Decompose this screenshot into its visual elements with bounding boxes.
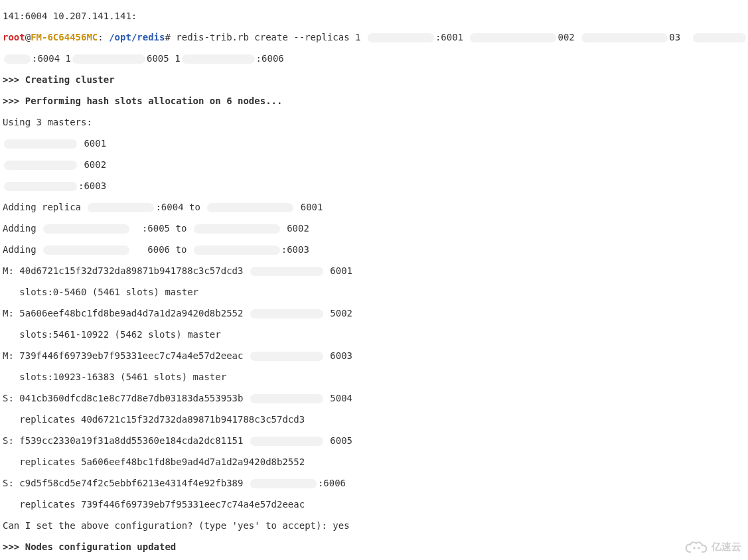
blur-ip — [250, 309, 323, 318]
blur-ip — [4, 139, 77, 149]
node-port: :6006 — [318, 478, 346, 488]
partial-line: 141:6004 10.207.141.141: — [3, 11, 745, 21]
arg-6003: 03 — [669, 32, 686, 42]
blur-ip — [368, 33, 434, 42]
blur-ip — [250, 437, 323, 446]
blur-ip — [250, 352, 323, 361]
adding-replica: Adding replica — [3, 202, 86, 212]
node-port: 6001 — [330, 265, 352, 276]
adding-replica: Adding — [3, 244, 42, 255]
replicates-info: replicates 5a606eef48bc1fd8be9ad4d7a1d2a… — [3, 456, 745, 467]
watermark-text: 亿速云 — [711, 541, 741, 552]
node-port: 6003 — [330, 350, 352, 361]
master-port: 6002 — [84, 159, 106, 170]
prompt-path: /opt/redis — [109, 32, 165, 42]
prompt-sep: : — [98, 32, 109, 42]
command-text: redis-trib.rb create --replicas 1 — [176, 32, 366, 42]
node-port: 6005 — [330, 435, 352, 446]
replica-port: :6005 to — [142, 223, 192, 234]
status-hashslots: >>> Performing hash slots allocation on … — [3, 96, 745, 106]
target-port: 6002 — [287, 223, 309, 234]
blur-ip — [4, 161, 77, 170]
blur-ip — [43, 245, 129, 255]
cloud-icon — [685, 540, 708, 553]
using-masters: Using 3 masters: — [3, 117, 745, 127]
arg-6006: :6006 — [256, 53, 284, 64]
blur-ip — [194, 224, 280, 234]
blur-ip — [207, 203, 293, 212]
blur-ip — [194, 245, 280, 255]
svg-point-1 — [698, 547, 700, 549]
slots-info: slots:5461-10922 (5462 slots) master — [3, 329, 745, 340]
slots-info: slots:10923-16383 (5461 slots) master — [3, 372, 745, 382]
blur-ip — [88, 203, 154, 212]
terminal-output[interactable]: 141:6004 10.207.141.141: root@FM-6C64456… — [0, 0, 748, 560]
blur-ip — [581, 33, 668, 42]
blur-ip — [4, 54, 31, 64]
prompt-host: FM-6C64456MC — [31, 32, 98, 42]
node-port: 5004 — [330, 393, 352, 403]
master-port: :6003 — [78, 180, 106, 191]
prompt-end: # — [165, 32, 176, 42]
replicates-info: replicates 739f446f69739eb7f95331eec7c74… — [3, 499, 745, 510]
slave-node: S: f539cc2330a19f31a8dd55360e184cda2dc81… — [3, 435, 249, 446]
target-port: :6003 — [281, 244, 309, 255]
blur-ip — [43, 224, 129, 234]
blur-ip — [182, 54, 255, 64]
arg-6005: 6005 1 — [147, 53, 181, 64]
slots-info: slots:0-5460 (5461 slots) master — [3, 287, 745, 297]
status-updated: >>> Nodes configuration updated — [3, 541, 745, 552]
blur-ip — [693, 33, 746, 42]
master-node: M: 40d6721c15f32d732da89871b941788c3c57d… — [3, 265, 249, 276]
blur-ip — [4, 182, 77, 191]
slave-node: S: c9d5f58cd5e74f2c5ebbf6213e4314f4e92fb… — [3, 478, 249, 488]
arg-6004: :6004 1 — [32, 53, 71, 64]
replica-port: 6006 to — [147, 244, 192, 255]
node-port: 5002 — [330, 308, 352, 318]
svg-point-0 — [693, 547, 696, 549]
status-creating: >>> Creating cluster — [3, 74, 745, 85]
arg-6001: :6001 — [435, 32, 469, 42]
adding-replica: Adding — [3, 223, 42, 234]
master-node: M: 739f446f69739eb7f95331eec7c74a4e57d2e… — [3, 350, 249, 361]
blur-ip — [72, 54, 145, 64]
prompt-at: @ — [25, 32, 31, 42]
blur-ip — [250, 267, 323, 276]
target-port: 6001 — [301, 202, 323, 212]
blur-ip — [470, 33, 556, 42]
watermark: 亿速云 — [685, 540, 741, 553]
replica-port: :6004 to — [155, 202, 206, 212]
master-port: 6001 — [84, 138, 106, 149]
replicates-info: replicates 40d6721c15f32d732da89871b9417… — [3, 414, 745, 425]
master-node: M: 5a606eef48bc1fd8be9ad4d7a1d2a9420d8b2… — [3, 308, 249, 318]
blur-ip — [250, 394, 323, 403]
confirm-prompt: Can I set the above configuration? (type… — [3, 520, 745, 531]
blur-ip — [250, 479, 317, 488]
prompt-user: root — [3, 32, 25, 42]
arg-6002: 002 — [558, 32, 580, 42]
slave-node: S: 041cb360dfcd8c1e8c77d8e7db03183da5539… — [3, 393, 249, 403]
